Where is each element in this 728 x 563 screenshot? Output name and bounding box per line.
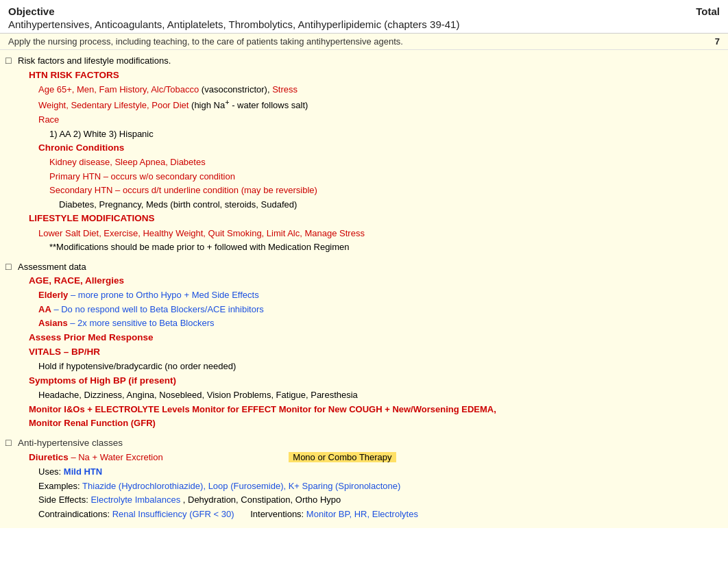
elderly-line: Elderly – more prone to Ortho Hypo + Med… bbox=[38, 288, 723, 302]
hold-line: Hold if hypotensive/bradycardic (no orde… bbox=[38, 360, 723, 373]
vitals-label: VITALS – BP/HR bbox=[29, 345, 723, 359]
interventions-label: Interventions: bbox=[250, 509, 304, 519]
section1-content: Risk factors and lifestyle modifications… bbox=[18, 54, 723, 255]
mono-combo: Mono or Combo Therapy bbox=[289, 452, 396, 462]
lifestyle-label: LIFESTYLE MODIFICATIONS bbox=[29, 212, 723, 225]
race-values-line: 1) AA 2) White 3) Hispanic bbox=[49, 127, 723, 141]
section2-title: Assessment data bbox=[18, 260, 723, 274]
uses-line: Uses: Mild HTN bbox=[38, 465, 723, 479]
header-title: Antihypertensives, Anticoagulants, Antip… bbox=[8, 18, 459, 30]
aa-line: AA – Do no respond well to Beta Blockers… bbox=[38, 303, 723, 316]
kidney-line: Kidney disease, Sleep Apnea, Diabetes bbox=[49, 155, 723, 169]
assess-label: Assess Prior Med Response bbox=[29, 331, 723, 345]
symptoms-label: Symptoms of High BP (if present) bbox=[29, 374, 723, 388]
asians-line: Asians – 2x more sensitive to Beta Block… bbox=[38, 316, 723, 330]
diuretics-label: Diuretics – Na + Water Excretion Mono or… bbox=[29, 451, 723, 464]
header: Objective Antihypertensives, Anticoagula… bbox=[0, 0, 728, 34]
monitor-line: Monitor I&Os + ELECTROLYTE Levels Monito… bbox=[29, 403, 723, 416]
sub-header-text: Apply the nursing process, including tea… bbox=[8, 36, 403, 47]
primary-htn: Primary HTN – occurs w/o secondary condi… bbox=[49, 170, 723, 184]
section3-bullet: □ bbox=[5, 437, 15, 448]
section1-title: Risk factors and lifestyle modifications… bbox=[18, 54, 723, 68]
lower-salt-line: Lower Salt Diet, Exercise, Healthy Weigh… bbox=[38, 227, 723, 240]
section2-bullet: □ bbox=[5, 261, 15, 272]
side-effects-line: Side Effects: Electrolyte Imbalances , D… bbox=[38, 493, 723, 507]
total-label: Total bbox=[696, 5, 720, 17]
contraindications-line: Contraindications: Renal Insufficiency (… bbox=[38, 508, 723, 521]
htn-risk-label: HTN RISK FACTORS bbox=[29, 68, 723, 82]
age-race-label: AGE, RACE, Allergies bbox=[29, 274, 723, 288]
section2-row: □ Assessment data AGE, RACE, Allergies E… bbox=[5, 260, 723, 431]
secondary-htn: Secondary HTN – occurs d/t underline con… bbox=[49, 184, 723, 197]
diabetes-line: Diabetes, Pregnancy, Meds (birth control… bbox=[59, 198, 723, 212]
section1-row: □ Risk factors and lifestyle modificatio… bbox=[5, 54, 723, 255]
total-value: 7 bbox=[715, 36, 720, 47]
objective-label: Objective bbox=[8, 5, 459, 17]
monitor-renal: Monitor Renal Function (GFR) bbox=[29, 416, 723, 430]
section3-content: Anti-hypertensive classes Diuretics – Na… bbox=[18, 436, 723, 522]
section3-title: Anti-hypertensive classes bbox=[18, 436, 723, 450]
section3-row: □ Anti-hypertensive classes Diuretics – … bbox=[5, 436, 723, 522]
header-left: Objective Antihypertensives, Anticoagula… bbox=[8, 5, 459, 30]
headache-line: Headache, Dizziness, Angina, Nosebleed, … bbox=[38, 388, 723, 402]
age-line: Age 65+, Men, Fam History, Alc/Tobacco (… bbox=[38, 83, 723, 97]
race-label-line: Race bbox=[38, 113, 723, 127]
examples-line: Examples: Thiazide (Hydrochlorothiazide)… bbox=[38, 479, 723, 493]
section1-bullet: □ bbox=[5, 55, 15, 66]
weight-line: Weight, Sedentary Lifestyle, Poor Diet (… bbox=[38, 97, 723, 112]
modifications-line: **Modifications should be made prior to … bbox=[49, 240, 723, 254]
section2-content: Assessment data AGE, RACE, Allergies Eld… bbox=[18, 260, 723, 431]
sub-header: Apply the nursing process, including tea… bbox=[0, 34, 728, 50]
main-content: □ Risk factors and lifestyle modificatio… bbox=[0, 50, 728, 528]
chronic-label: Chronic Conditions bbox=[38, 141, 723, 155]
